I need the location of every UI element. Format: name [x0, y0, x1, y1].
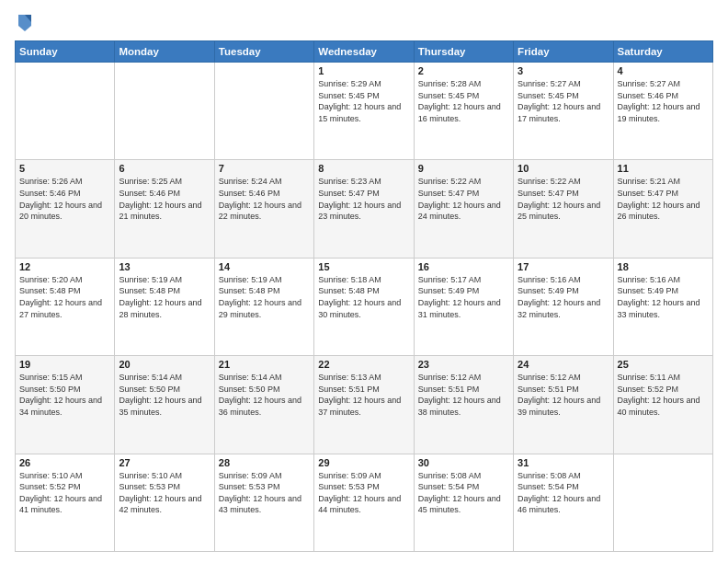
- calendar-cell: 6Sunrise: 5:25 AM Sunset: 5:46 PM Daylig…: [115, 160, 214, 258]
- calendar-cell: 9Sunrise: 5:22 AM Sunset: 5:47 PM Daylig…: [414, 160, 513, 258]
- day-number: 2: [418, 65, 509, 76]
- day-number: 12: [19, 261, 110, 272]
- calendar-cell: 21Sunrise: 5:14 AM Sunset: 5:50 PM Dayli…: [214, 356, 313, 454]
- day-info: Sunrise: 5:25 AM Sunset: 5:46 PM Dayligh…: [119, 176, 210, 222]
- day-number: 9: [418, 163, 509, 174]
- week-row-5: 26Sunrise: 5:10 AM Sunset: 5:52 PM Dayli…: [16, 454, 713, 551]
- day-info: Sunrise: 5:15 AM Sunset: 5:50 PM Dayligh…: [19, 372, 110, 418]
- week-row-2: 5Sunrise: 5:26 AM Sunset: 5:46 PM Daylig…: [16, 160, 713, 258]
- calendar-cell: 12Sunrise: 5:20 AM Sunset: 5:48 PM Dayli…: [16, 258, 115, 355]
- day-info: Sunrise: 5:09 AM Sunset: 5:53 PM Dayligh…: [219, 470, 310, 516]
- calendar-cell: 31Sunrise: 5:08 AM Sunset: 5:54 PM Dayli…: [514, 454, 613, 551]
- day-number: 21: [219, 359, 310, 370]
- page: SundayMondayTuesdayWednesdayThursdayFrid…: [0, 0, 728, 563]
- calendar-cell: 19Sunrise: 5:15 AM Sunset: 5:50 PM Dayli…: [16, 356, 115, 454]
- calendar-cell: 30Sunrise: 5:08 AM Sunset: 5:54 PM Dayli…: [414, 454, 513, 551]
- calendar-cell: 28Sunrise: 5:09 AM Sunset: 5:53 PM Dayli…: [214, 454, 313, 551]
- day-number: 6: [119, 163, 210, 174]
- logo-icon: [17, 13, 33, 33]
- calendar-cell: [613, 454, 712, 551]
- day-number: 10: [518, 163, 609, 174]
- day-info: Sunrise: 5:09 AM Sunset: 5:53 PM Dayligh…: [318, 470, 409, 516]
- calendar-table: SundayMondayTuesdayWednesdayThursdayFrid…: [15, 40, 713, 552]
- calendar-cell: 14Sunrise: 5:19 AM Sunset: 5:48 PM Dayli…: [214, 258, 313, 355]
- day-info: Sunrise: 5:20 AM Sunset: 5:48 PM Dayligh…: [19, 274, 110, 320]
- header: [15, 11, 713, 33]
- day-number: 30: [418, 457, 509, 468]
- day-number: 27: [119, 457, 210, 468]
- weekday-header-row: SundayMondayTuesdayWednesdayThursdayFrid…: [16, 41, 713, 63]
- day-info: Sunrise: 5:13 AM Sunset: 5:51 PM Dayligh…: [318, 372, 409, 418]
- calendar-cell: 2Sunrise: 5:28 AM Sunset: 5:45 PM Daylig…: [414, 63, 513, 160]
- day-number: 18: [618, 261, 709, 272]
- day-info: Sunrise: 5:29 AM Sunset: 5:45 PM Dayligh…: [318, 78, 409, 124]
- day-info: Sunrise: 5:22 AM Sunset: 5:47 PM Dayligh…: [418, 176, 509, 222]
- weekday-header-friday: Friday: [514, 41, 613, 63]
- day-number: 17: [518, 261, 609, 272]
- weekday-header-sunday: Sunday: [16, 41, 115, 63]
- calendar-cell: 10Sunrise: 5:22 AM Sunset: 5:47 PM Dayli…: [514, 160, 613, 258]
- day-info: Sunrise: 5:12 AM Sunset: 5:51 PM Dayligh…: [418, 372, 509, 418]
- weekday-header-monday: Monday: [115, 41, 214, 63]
- day-number: 15: [318, 261, 409, 272]
- day-number: 3: [518, 65, 609, 76]
- day-info: Sunrise: 5:26 AM Sunset: 5:46 PM Dayligh…: [19, 176, 110, 222]
- day-info: Sunrise: 5:27 AM Sunset: 5:46 PM Dayligh…: [618, 78, 709, 124]
- calendar-cell: 5Sunrise: 5:26 AM Sunset: 5:46 PM Daylig…: [16, 160, 115, 258]
- day-info: Sunrise: 5:08 AM Sunset: 5:54 PM Dayligh…: [518, 470, 609, 516]
- calendar-cell: 29Sunrise: 5:09 AM Sunset: 5:53 PM Dayli…: [314, 454, 414, 551]
- day-number: 14: [219, 261, 310, 272]
- day-number: 16: [418, 261, 509, 272]
- day-number: 25: [618, 359, 709, 370]
- week-row-1: 1Sunrise: 5:29 AM Sunset: 5:45 PM Daylig…: [16, 63, 713, 160]
- calendar-cell: [115, 63, 214, 160]
- calendar-cell: 23Sunrise: 5:12 AM Sunset: 5:51 PM Dayli…: [414, 356, 513, 454]
- weekday-header-saturday: Saturday: [613, 41, 712, 63]
- day-number: 19: [19, 359, 110, 370]
- day-number: 20: [119, 359, 210, 370]
- calendar-cell: 11Sunrise: 5:21 AM Sunset: 5:47 PM Dayli…: [613, 160, 712, 258]
- week-row-3: 12Sunrise: 5:20 AM Sunset: 5:48 PM Dayli…: [16, 258, 713, 355]
- weekday-header-wednesday: Wednesday: [314, 41, 414, 63]
- day-number: 1: [318, 65, 409, 76]
- calendar-cell: 16Sunrise: 5:17 AM Sunset: 5:49 PM Dayli…: [414, 258, 513, 355]
- weekday-header-tuesday: Tuesday: [214, 41, 313, 63]
- day-number: 22: [318, 359, 409, 370]
- calendar-cell: 27Sunrise: 5:10 AM Sunset: 5:53 PM Dayli…: [115, 454, 214, 551]
- calendar-cell: 22Sunrise: 5:13 AM Sunset: 5:51 PM Dayli…: [314, 356, 414, 454]
- day-info: Sunrise: 5:17 AM Sunset: 5:49 PM Dayligh…: [418, 274, 509, 320]
- day-number: 8: [318, 163, 409, 174]
- day-info: Sunrise: 5:28 AM Sunset: 5:45 PM Dayligh…: [418, 78, 509, 124]
- day-info: Sunrise: 5:19 AM Sunset: 5:48 PM Dayligh…: [219, 274, 310, 320]
- day-number: 11: [618, 163, 709, 174]
- day-info: Sunrise: 5:08 AM Sunset: 5:54 PM Dayligh…: [418, 470, 509, 516]
- calendar-cell: 8Sunrise: 5:23 AM Sunset: 5:47 PM Daylig…: [314, 160, 414, 258]
- day-number: 13: [119, 261, 210, 272]
- day-number: 4: [618, 65, 709, 76]
- day-number: 28: [219, 457, 310, 468]
- day-info: Sunrise: 5:24 AM Sunset: 5:46 PM Dayligh…: [219, 176, 310, 222]
- calendar-cell: 26Sunrise: 5:10 AM Sunset: 5:52 PM Dayli…: [16, 454, 115, 551]
- day-info: Sunrise: 5:11 AM Sunset: 5:52 PM Dayligh…: [618, 372, 709, 418]
- calendar-cell: 17Sunrise: 5:16 AM Sunset: 5:49 PM Dayli…: [514, 258, 613, 355]
- day-info: Sunrise: 5:10 AM Sunset: 5:53 PM Dayligh…: [119, 470, 210, 516]
- calendar-cell: 13Sunrise: 5:19 AM Sunset: 5:48 PM Dayli…: [115, 258, 214, 355]
- week-row-4: 19Sunrise: 5:15 AM Sunset: 5:50 PM Dayli…: [16, 356, 713, 454]
- calendar-cell: 24Sunrise: 5:12 AM Sunset: 5:51 PM Dayli…: [514, 356, 613, 454]
- day-info: Sunrise: 5:27 AM Sunset: 5:45 PM Dayligh…: [518, 78, 609, 124]
- day-info: Sunrise: 5:14 AM Sunset: 5:50 PM Dayligh…: [219, 372, 310, 418]
- calendar-cell: 25Sunrise: 5:11 AM Sunset: 5:52 PM Dayli…: [613, 356, 712, 454]
- day-number: 24: [518, 359, 609, 370]
- calendar-cell: 1Sunrise: 5:29 AM Sunset: 5:45 PM Daylig…: [314, 63, 414, 160]
- calendar-cell: 15Sunrise: 5:18 AM Sunset: 5:48 PM Dayli…: [314, 258, 414, 355]
- weekday-header-thursday: Thursday: [414, 41, 513, 63]
- calendar-cell: 4Sunrise: 5:27 AM Sunset: 5:46 PM Daylig…: [613, 63, 712, 160]
- day-number: 23: [418, 359, 509, 370]
- calendar-cell: 7Sunrise: 5:24 AM Sunset: 5:46 PM Daylig…: [214, 160, 313, 258]
- logo: [15, 15, 33, 33]
- day-number: 26: [19, 457, 110, 468]
- calendar-cell: [214, 63, 313, 160]
- day-number: 5: [19, 163, 110, 174]
- day-info: Sunrise: 5:23 AM Sunset: 5:47 PM Dayligh…: [318, 176, 409, 222]
- day-number: 29: [318, 457, 409, 468]
